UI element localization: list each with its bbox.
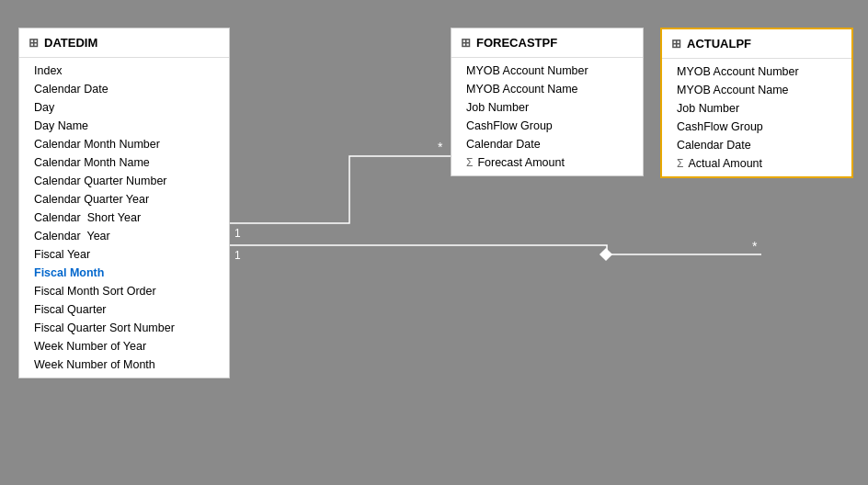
list-item: Week Number of Month (19, 355, 229, 374)
forecastpf-header: ⊞ FORECASTPF (451, 28, 643, 58)
svg-rect-3 (600, 248, 612, 261)
svg-text:1: 1 (234, 227, 241, 240)
list-item: Calendar Date (662, 136, 851, 154)
datedim-fields: Index Calendar Date Day Day Name Calenda… (19, 58, 229, 378)
list-item: Calendar Quarter Year (19, 190, 229, 209)
list-item: Fiscal Month (19, 264, 229, 282)
list-item: Fiscal Quarter Sort Number (19, 319, 229, 337)
sigma-icon: Σ (677, 157, 683, 170)
svg-text:*: * (752, 239, 758, 254)
table-grid-icon: ⊞ (671, 37, 681, 51)
list-item: Fiscal Quarter (19, 300, 229, 319)
list-item: Week Number of Year (19, 337, 229, 355)
list-item: CashFlow Group (662, 118, 851, 136)
actualpf-fields: MYOB Account Number MYOB Account Name Jo… (662, 59, 851, 176)
forecastpf-table: ⊞ FORECASTPF MYOB Account Number MYOB Ac… (451, 28, 644, 176)
list-item: Calendar Date (19, 80, 229, 98)
table-grid-icon: ⊞ (29, 36, 39, 50)
datedim-title: DATEDIM (44, 36, 97, 50)
list-item: Calendar Year (19, 227, 229, 245)
list-item: MYOB Account Number (451, 62, 643, 80)
list-item: Fiscal Year (19, 245, 229, 264)
list-item: Job Number (662, 99, 851, 118)
svg-text:1: 1 (234, 249, 241, 262)
list-item: Calendar Short Year (19, 209, 229, 227)
table-grid-icon: ⊞ (461, 36, 471, 50)
forecastpf-title: FORECASTPF (476, 36, 557, 50)
list-item: MYOB Account Name (451, 80, 643, 98)
forecastpf-fields: MYOB Account Number MYOB Account Name Jo… (451, 58, 643, 175)
actualpf-table: ⊞ ACTUALPF MYOB Account Number MYOB Acco… (660, 28, 853, 178)
list-item: MYOB Account Name (662, 81, 851, 99)
list-item: Day (19, 98, 229, 117)
list-item: Calendar Month Name (19, 153, 229, 172)
list-item: Calendar Quarter Number (19, 172, 229, 190)
list-item: Index (19, 62, 229, 80)
list-item: Calendar Month Number (19, 135, 229, 153)
list-item: CashFlow Group (451, 117, 643, 135)
list-item: Σ Forecast Amount (451, 153, 643, 172)
list-item: Σ Actual Amount (662, 154, 851, 173)
actualpf-header: ⊞ ACTUALPF (662, 29, 851, 59)
datedim-table: ⊞ DATEDIM Index Calendar Date Day Day Na… (18, 28, 230, 378)
list-item: Fiscal Month Sort Order (19, 282, 229, 300)
list-item: MYOB Account Number (662, 62, 851, 81)
list-item: Day Name (19, 117, 229, 135)
list-item: Calendar Date (451, 135, 643, 153)
actualpf-title: ACTUALPF (687, 37, 751, 51)
sigma-icon: Σ (466, 156, 473, 169)
list-item: Job Number (451, 98, 643, 117)
svg-text:*: * (438, 140, 443, 154)
datedim-header: ⊞ DATEDIM (19, 28, 229, 58)
